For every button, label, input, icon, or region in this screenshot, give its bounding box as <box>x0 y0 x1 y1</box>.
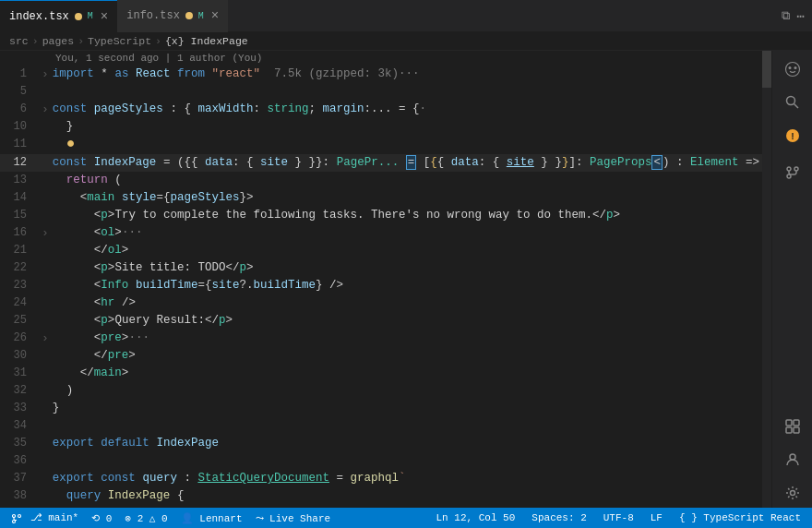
breadcrumb: src › pages › TypeScript › {x} IndexPage <box>0 32 812 51</box>
line-number: 22 <box>0 259 42 277</box>
blame-bar: You, 1 second ago | 1 author (You) <box>0 51 762 66</box>
table-row: 35 export default IndexPage <box>0 435 762 452</box>
svg-point-3 <box>786 97 794 105</box>
table-row: 23 <Info buildTime={site?.buildTime} /> <box>0 277 762 294</box>
tab-label: index.tsx <box>9 10 69 23</box>
breadcrumb-pages[interactable]: pages <box>42 35 75 47</box>
svg-point-7 <box>787 167 791 171</box>
breadcrumb-indexpage[interactable]: {x} IndexPage <box>165 35 248 47</box>
cursor-position[interactable]: Ln 12, Col 50 <box>433 512 519 523</box>
modified-indicator <box>185 12 193 19</box>
line-number: 37 <box>0 470 42 487</box>
fold-arrow <box>42 435 49 452</box>
table-row: 14 <main style={pageStyles}> <box>0 189 762 207</box>
right-sidebar: ! <box>771 51 812 508</box>
file-encoding[interactable]: UTF-8 <box>600 512 638 523</box>
line-number: 38 <box>0 487 42 505</box>
fold-arrow <box>42 417 49 435</box>
line-number: 10 <box>0 118 42 136</box>
code-line: export default IndexPage <box>49 435 762 452</box>
svg-point-15 <box>790 491 794 496</box>
svg-point-17 <box>18 514 21 517</box>
fold-arrow <box>42 382 49 400</box>
status-left: ⎇ main* ⟲ 0 ⊗ 2 △ 0 👤 Lennart ⤳ Live Sha… <box>7 511 334 523</box>
line-number: 33 <box>0 400 42 417</box>
table-row: 6 › const pageStyles : { maxWidth: strin… <box>0 101 762 118</box>
code-line: <main style={pageStyles}> <box>49 189 762 207</box>
tab-close-button[interactable]: × <box>211 8 219 23</box>
table-row: 38 query IndexPage { <box>0 487 762 505</box>
blocks-icon[interactable] <box>778 412 807 441</box>
code-line: <pre>··· <box>49 330 762 347</box>
breadcrumb-sep: › <box>32 35 39 47</box>
fold-arrow <box>42 312 49 330</box>
line-number: 24 <box>0 294 42 312</box>
sync-status[interactable]: ⟲ 0 <box>88 512 115 524</box>
code-line: <p>Try to complete the following tasks. … <box>49 207 762 224</box>
warning-icon[interactable]: ! <box>778 121 807 150</box>
svg-rect-10 <box>786 420 792 426</box>
code-line: <p>Site title: TODO</p> <box>49 259 762 277</box>
svg-point-16 <box>13 514 16 517</box>
code-line: import * as React from "react" 7.5k (gzi… <box>49 66 762 83</box>
fold-arrow <box>42 118 49 136</box>
status-bar: ⎇ main* ⟲ 0 ⊗ 2 △ 0 👤 Lennart ⤳ Live Sha… <box>0 508 812 528</box>
copilot-icon[interactable] <box>778 54 807 84</box>
git-icon[interactable] <box>778 158 807 187</box>
fold-arrow[interactable]: › <box>42 66 49 83</box>
breadcrumb-sep: › <box>78 35 84 47</box>
line-number: 14 <box>0 189 42 207</box>
fold-arrow[interactable]: › <box>42 224 49 242</box>
editor-area[interactable]: You, 1 second ago | 1 author (You) 1 › i… <box>0 51 762 508</box>
minimap-thumb[interactable] <box>762 51 771 88</box>
code-line: </ol> <box>49 242 762 259</box>
code-line: <p>Query Result:</p> <box>49 312 762 330</box>
tab-close-button[interactable]: × <box>101 9 108 24</box>
svg-point-2 <box>794 66 796 69</box>
fold-arrow[interactable]: › <box>42 330 49 347</box>
code-line: ● <box>49 136 762 154</box>
fold-arrow <box>42 487 49 505</box>
person-icon[interactable] <box>778 445 807 474</box>
search-panel-icon[interactable] <box>778 88 807 117</box>
more-actions-icon[interactable]: ⋯ <box>797 8 805 24</box>
error-status[interactable]: ⊗ 2 △ 0 <box>121 512 171 524</box>
breadcrumb-typescript[interactable]: TypeScript <box>88 35 151 47</box>
fold-arrow <box>42 294 49 312</box>
table-row: 36 <box>0 452 762 470</box>
svg-point-14 <box>790 454 795 460</box>
main-area: You, 1 second ago | 1 author (You) 1 › i… <box>0 51 812 508</box>
branch-name: ⎇ main* <box>30 512 79 523</box>
code-line: </main> <box>49 365 762 382</box>
git-branch[interactable]: ⎇ main* <box>7 511 82 523</box>
fold-arrow <box>42 400 49 417</box>
minimap-scrollbar[interactable] <box>762 51 771 508</box>
fold-arrow[interactable]: › <box>42 101 49 118</box>
line-number: 31 <box>0 365 42 382</box>
code-line <box>49 417 762 435</box>
live-share-status[interactable]: ⤳ Live Share <box>252 512 335 524</box>
author-status[interactable]: 👤 Lennart <box>177 512 246 524</box>
line-number: 15 <box>0 207 42 224</box>
code-line: } <box>49 118 762 136</box>
language-mode[interactable]: { } TypeScript React <box>675 512 805 523</box>
breadcrumb-sep: › <box>155 35 161 47</box>
breadcrumb-src[interactable]: src <box>9 35 29 47</box>
tab-bar: index.tsx M × info.tsx M × ⧉ ⋯ <box>0 0 812 32</box>
code-line: const pageStyles : { maxWidth: string; m… <box>49 101 762 118</box>
line-ending[interactable]: LF <box>647 512 666 523</box>
line-number: 30 <box>0 347 42 365</box>
line-number: 36 <box>0 452 42 470</box>
indentation[interactable]: Spaces: 2 <box>528 512 590 523</box>
line-number: 23 <box>0 277 42 294</box>
tab-index-tsx[interactable]: index.tsx M × <box>0 0 117 32</box>
split-editor-icon[interactable]: ⧉ <box>782 9 790 23</box>
tab-lang-icon: M <box>198 11 204 21</box>
fold-arrow <box>42 189 49 207</box>
fold-arrow <box>42 505 49 508</box>
tab-info-tsx[interactable]: info.tsx M × <box>117 0 228 32</box>
svg-rect-13 <box>794 427 799 433</box>
line-number: 34 <box>0 417 42 435</box>
settings-icon[interactable] <box>778 478 807 508</box>
svg-point-0 <box>785 63 799 77</box>
